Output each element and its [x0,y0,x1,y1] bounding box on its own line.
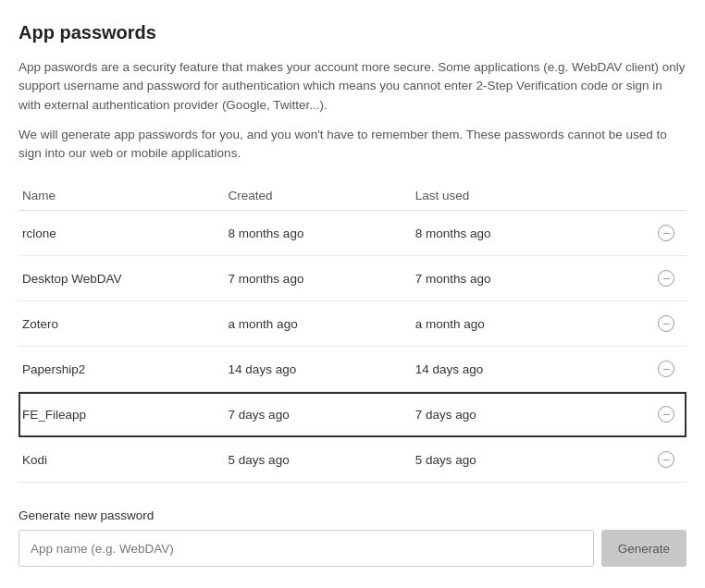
cell-last-used: a month ago [406,301,607,347]
table-row: Zoteroa month agoa month ago− [19,301,686,347]
cell-name: FE_Fileapp [19,392,219,437]
table-row: Desktop WebDAV7 months ago7 months ago− [19,256,686,301]
delete-icon: − [658,406,674,423]
col-header-created: Created [219,181,406,211]
page-title: App passwords [19,22,686,43]
cell-name: Desktop WebDAV [19,256,219,301]
generate-row: Generate [19,530,686,567]
passwords-table-container: Name Created Last used rclone8 months ag… [19,181,686,483]
cell-created: 14 days ago [219,347,406,392]
cell-action: − [606,437,686,483]
cell-last-used: 14 days ago [406,347,607,392]
description-1: App paswords are a security feature that… [19,58,686,115]
table-row: FE_Fileapp7 days ago7 days ago− [19,392,686,437]
col-header-action [606,181,686,211]
delete-button[interactable]: − [655,222,677,244]
cell-name: rclone [19,211,219,256]
cell-created: 7 days ago [219,392,406,437]
delete-button[interactable]: − [655,358,677,380]
cell-last-used: 7 months ago [406,256,607,301]
delete-icon: − [658,315,674,332]
cell-last-used: 8 months ago [406,211,607,256]
passwords-table: Name Created Last used rclone8 months ag… [19,181,686,483]
cell-name: Papership2 [19,347,219,392]
delete-button[interactable]: − [655,448,677,471]
col-header-last-used: Last used [406,181,607,211]
delete-icon: − [658,225,674,241]
delete-button[interactable]: − [655,312,677,335]
cell-action: − [606,211,686,256]
cell-action: − [606,347,686,392]
delete-button[interactable]: − [655,403,677,425]
cell-action: − [606,392,686,437]
delete-button[interactable]: − [655,267,677,289]
cell-name: Zotero [19,301,219,347]
delete-icon: − [658,361,674,377]
description-2: We will generate app passwords for you, … [19,126,686,164]
cell-action: − [606,301,686,347]
generate-label: Generate new password [19,508,686,522]
generate-button[interactable]: Generate [601,530,686,567]
table-row: Papership214 days ago14 days ago− [19,347,686,392]
cell-created: 5 days ago [219,437,406,483]
app-name-input[interactable] [19,530,594,567]
table-row: Kodi5 days ago5 days ago− [19,437,686,483]
cell-created: 8 months ago [219,211,406,256]
cell-action: − [606,256,686,301]
table-row: rclone8 months ago8 months ago− [19,211,686,256]
col-header-name: Name [19,181,219,211]
cell-last-used: 7 days ago [406,392,607,437]
generate-section: Generate new password Generate [19,508,686,567]
cell-created: a month ago [219,301,406,347]
delete-icon: − [658,270,674,287]
cell-name: Kodi [19,437,219,483]
cell-last-used: 5 days ago [406,437,607,483]
delete-icon: − [658,451,674,468]
cell-created: 7 months ago [219,256,406,301]
